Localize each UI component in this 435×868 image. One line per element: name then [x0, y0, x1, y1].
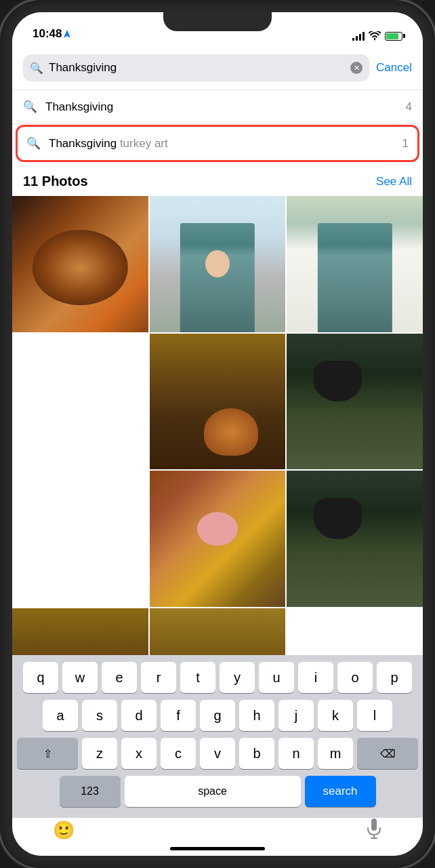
main-content: 🔍 Thanksgiving ✕ Cancel 🔍 Thanksgiving 4: [12, 46, 423, 655]
photo-6[interactable]: [150, 471, 286, 607]
suggestion-item-2[interactable]: 🔍 Thanksgiving turkey art 1: [18, 127, 417, 160]
emoji-button[interactable]: 🙂: [53, 820, 75, 841]
home-bar: [170, 847, 265, 850]
location-icon: [64, 30, 70, 38]
suggestion-count-1: 4: [406, 100, 412, 114]
search-bar[interactable]: 🔍 Thanksgiving ✕: [23, 54, 369, 81]
key-n[interactable]: n: [278, 738, 314, 769]
mic-button[interactable]: [366, 818, 382, 842]
key-a[interactable]: a: [43, 700, 78, 731]
photos-title: 11 Photos: [23, 174, 88, 189]
clear-button[interactable]: ✕: [350, 62, 362, 74]
suggestion-search-icon-2: 🔍: [26, 136, 41, 151]
key-c[interactable]: c: [161, 738, 196, 769]
key-i[interactable]: i: [298, 662, 333, 693]
key-h[interactable]: h: [239, 700, 274, 731]
photo-9[interactable]: [150, 608, 286, 655]
suggestion-search-icon-1: 🔍: [23, 100, 37, 114]
key-x[interactable]: x: [121, 738, 157, 769]
suggestion-main-text-2: Thanksgiving: [49, 137, 120, 150]
battery-fill: [386, 33, 398, 39]
space-key[interactable]: space: [125, 776, 301, 807]
keyboard: q w e r t y u i o p a s d f g h j k: [12, 655, 423, 818]
signal-icon: [352, 31, 365, 41]
shift-key[interactable]: ⇧: [17, 738, 78, 769]
shift-icon: ⇧: [43, 747, 52, 760]
mic-icon: [366, 818, 382, 839]
search-area: 🔍 Thanksgiving ✕ Cancel: [12, 46, 423, 90]
phone-screen: 10:48: [12, 12, 423, 856]
key-k[interactable]: k: [318, 700, 353, 731]
key-d[interactable]: d: [121, 700, 157, 731]
svg-marker-0: [64, 30, 70, 38]
search-key[interactable]: search: [305, 776, 376, 807]
photo-grid: [12, 196, 423, 655]
cancel-button[interactable]: Cancel: [376, 61, 412, 75]
phone-frame: 10:48: [0, 0, 435, 868]
key-s[interactable]: s: [82, 700, 117, 731]
key-g[interactable]: g: [200, 700, 235, 731]
key-e[interactable]: e: [102, 662, 137, 693]
num-label: 123: [81, 785, 99, 797]
key-u[interactable]: u: [259, 662, 294, 693]
suggestion-hint-2: turkey art: [120, 137, 168, 150]
delete-key[interactable]: ⌫: [357, 738, 418, 769]
photo-1[interactable]: [12, 196, 148, 332]
keyboard-row-2: a s d f g h j k l: [15, 700, 420, 731]
suggestion-text-1: Thanksgiving: [45, 100, 398, 114]
home-indicator: [12, 841, 423, 856]
key-w[interactable]: w: [62, 662, 98, 693]
search-label: search: [323, 785, 357, 798]
key-m[interactable]: m: [318, 738, 353, 769]
photo-4[interactable]: [150, 334, 286, 470]
search-query[interactable]: Thanksgiving: [49, 61, 345, 75]
key-t[interactable]: t: [180, 662, 215, 693]
key-v[interactable]: v: [200, 738, 235, 769]
key-q[interactable]: q: [23, 662, 58, 693]
key-p[interactable]: p: [377, 662, 412, 693]
suggestion-main-text-1: Thanksgiving: [45, 100, 113, 113]
photo-5[interactable]: [287, 334, 423, 470]
photos-header: 11 Photos See All: [12, 163, 423, 196]
svg-rect-1: [371, 818, 377, 831]
key-y[interactable]: y: [220, 662, 255, 693]
keyboard-row-3: ⇧ z x c v b n m ⌫: [15, 738, 420, 769]
search-icon: 🔍: [30, 62, 43, 75]
battery-icon: [385, 32, 402, 41]
photo-3[interactable]: [287, 196, 423, 332]
wifi-icon: [369, 31, 381, 41]
keyboard-row-4: 123 space search: [15, 776, 420, 807]
num-key[interactable]: 123: [60, 776, 121, 807]
status-time: 10:48: [33, 27, 70, 41]
space-label: space: [198, 785, 227, 797]
photo-2[interactable]: [150, 196, 286, 332]
photo-8[interactable]: [12, 608, 148, 655]
key-f[interactable]: f: [161, 700, 196, 731]
key-r[interactable]: r: [141, 662, 176, 693]
notch: [163, 12, 272, 31]
key-o[interactable]: o: [337, 662, 373, 693]
keyboard-row-1: q w e r t y u i o p: [15, 662, 420, 693]
photo-7[interactable]: [287, 471, 423, 607]
key-l[interactable]: l: [357, 700, 392, 731]
see-all-button[interactable]: See All: [376, 175, 412, 189]
bottom-bar: 🙂: [12, 818, 423, 841]
status-icons: [352, 31, 402, 41]
suggestion-count-2: 1: [402, 137, 409, 151]
suggestions-list: 🔍 Thanksgiving 4 🔍 Thanksgiving turkey a…: [12, 90, 423, 163]
key-j[interactable]: j: [278, 700, 314, 731]
delete-icon: ⌫: [380, 747, 396, 760]
suggestion-text-2: Thanksgiving turkey art: [49, 137, 394, 151]
key-z[interactable]: z: [82, 738, 117, 769]
time-display: 10:48: [33, 27, 62, 41]
suggestion-item-1[interactable]: 🔍 Thanksgiving 4: [12, 90, 423, 124]
key-b[interactable]: b: [239, 738, 274, 769]
